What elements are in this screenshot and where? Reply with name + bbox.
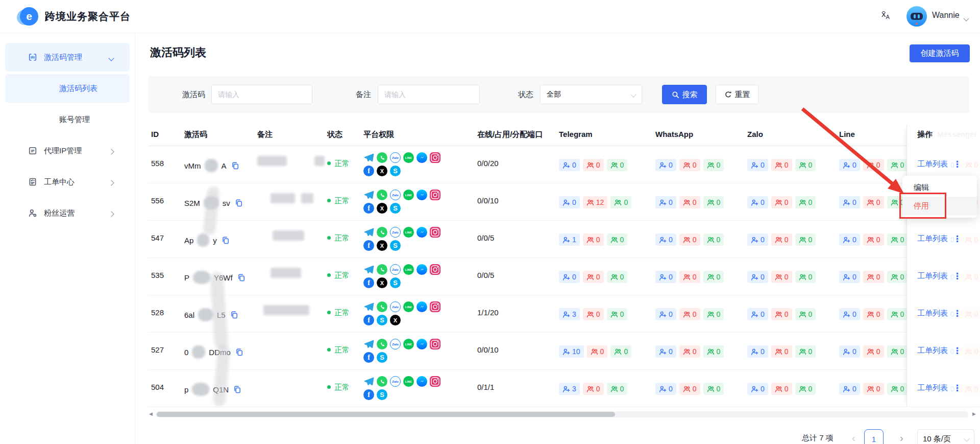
sidebar-item-工单中心[interactable]: 工单中心 <box>5 168 130 196</box>
whatsapp-online-badge: 0 <box>655 383 676 395</box>
fans-icon <box>28 208 37 218</box>
work-order-list-link[interactable]: 工单列表 <box>917 159 948 169</box>
telegram-icon <box>363 227 374 238</box>
whatsapp-assigned-badge: 0 <box>703 308 724 320</box>
telegram-busy-badge: 0 <box>583 159 604 171</box>
horizontal-scrollbar[interactable] <box>156 411 968 417</box>
more-actions-button[interactable]: ⋮ <box>953 159 962 170</box>
svg-text:IP: IP <box>31 149 35 153</box>
remark-filter-input[interactable] <box>378 85 480 104</box>
redacted-code <box>193 271 210 284</box>
reset-button[interactable]: 重置 <box>716 85 758 104</box>
copy-code-button[interactable] <box>235 199 243 207</box>
whatsapp-busy-badge: 0 <box>679 159 700 171</box>
whatsapp-counts: 000 <box>655 159 724 171</box>
whatsapp-assigned-badge: 0 <box>703 196 724 208</box>
copy-code-button[interactable] <box>237 273 246 282</box>
username[interactable]: Wannie <box>932 11 960 20</box>
line-counts: 000 <box>839 345 908 358</box>
status-filter-select[interactable]: 全部 <box>540 85 642 104</box>
redacted-remark <box>263 305 309 315</box>
sidebar-item-粉丝运营[interactable]: 粉丝运营 <box>5 199 130 227</box>
messenger-icon <box>416 376 427 387</box>
line-online-badge: 0 <box>839 159 860 171</box>
whatsapp-online-badge: 0 <box>655 159 676 171</box>
work-order-list-link[interactable]: 工单列表 <box>917 309 948 318</box>
skype-icon: S <box>390 277 401 288</box>
scroll-left-arrow[interactable]: ◀ <box>149 411 153 416</box>
row-actions: 工单列表⋮ <box>917 258 978 295</box>
more-actions-button[interactable]: ⋮ <box>953 308 962 319</box>
line-online-badge: 0 <box>839 345 860 358</box>
chevron-down-icon[interactable] <box>964 13 968 22</box>
work-order-list-link[interactable]: 工单列表 <box>917 383 948 393</box>
annotation-box <box>899 193 946 219</box>
whatsapp-assigned-badge: 0 <box>703 345 724 358</box>
copy-code-button[interactable] <box>235 348 243 356</box>
next-page-button[interactable]: › <box>900 432 903 444</box>
telegram-online-badge: 1 <box>559 233 580 246</box>
whatsapp-icon <box>377 301 387 312</box>
work-order-list-link[interactable]: 工单列表 <box>917 234 948 244</box>
sidebar-item-激活码列表[interactable]: 激活码列表 <box>5 74 130 103</box>
redacted-code <box>192 345 205 359</box>
create-activation-code-button[interactable]: 创建激活码 <box>910 44 970 62</box>
zalo-online-badge: 0 <box>747 383 768 395</box>
sidebar-item-label: 代理IP管理 <box>44 146 82 156</box>
work-order-list-link[interactable]: 工单列表 <box>917 346 948 356</box>
telegram-online-badge: 0 <box>559 271 580 283</box>
row-id: 558 <box>151 159 164 168</box>
telegram-counts: 300 <box>559 383 627 395</box>
telegram-busy-badge: 0 <box>583 271 604 283</box>
telegram-online-badge: 10 <box>559 345 584 358</box>
copy-code-button[interactable] <box>231 161 239 170</box>
zalo-icon: Zalo <box>390 376 401 387</box>
actions-column: 操作工单列表⋮工单列表⋮工单列表⋮工单列表⋮工单列表⋮工单列表⋮工单列表⋮ <box>906 125 980 407</box>
copy-code-button[interactable] <box>230 311 238 319</box>
line-assigned-badge: 0 <box>887 345 908 358</box>
platform-permissions: ZaloLINEfXS <box>363 190 440 216</box>
code-filter-input[interactable] <box>211 85 312 104</box>
whatsapp-assigned-badge: 0 <box>703 159 724 171</box>
page-number-button[interactable]: 1 <box>864 429 884 444</box>
row-actions: 工单列表⋮ <box>917 295 978 332</box>
redacted-remark <box>257 156 287 166</box>
more-actions-button[interactable]: ⋮ <box>953 271 962 282</box>
prev-page-button[interactable]: ‹ <box>852 432 855 444</box>
scroll-right-arrow[interactable]: ▶ <box>972 411 976 416</box>
page-size-select[interactable]: 10 条/页 <box>917 429 974 444</box>
more-actions-button[interactable]: ⋮ <box>953 233 962 244</box>
column-header-line: Line <box>839 130 855 138</box>
translate-icon[interactable]: x̄A <box>881 9 890 20</box>
column-header-zalo: Zalo <box>747 130 763 138</box>
copy-code-button[interactable] <box>222 236 230 244</box>
telegram-icon <box>363 152 374 163</box>
sidebar-item-激活码管理[interactable]: 激活码管理 <box>5 43 130 72</box>
ports-cell: 0/0/10 <box>477 345 499 354</box>
skype-icon: S <box>390 166 401 176</box>
copy-code-button[interactable] <box>233 385 241 393</box>
more-actions-button[interactable]: ⋮ <box>953 383 962 393</box>
sidebar-item-账号管理[interactable]: 账号管理 <box>5 105 130 134</box>
scrollbar-thumb[interactable] <box>157 412 615 417</box>
sidebar-item-label: 工单中心 <box>44 177 75 187</box>
row-id: 504 <box>151 383 164 391</box>
work-order-list-link[interactable]: 工单列表 <box>917 271 948 281</box>
avatar[interactable] <box>906 6 927 27</box>
sidebar-item-代理IP管理[interactable]: IP代理IP管理 <box>5 136 130 165</box>
activation-code-table: ID激活码备注状态平台权限在线/占用/分配端口TelegramWhatsAppZ… <box>148 125 980 407</box>
top-bar: e 跨境业务聚合平台 x̄A Wannie <box>0 0 980 33</box>
whatsapp-counts: 000 <box>655 196 724 208</box>
row-id: 556 <box>151 196 164 205</box>
zalo-assigned-badge: 0 <box>795 196 816 208</box>
telegram-icon <box>363 190 374 200</box>
redacted-remark <box>271 268 301 278</box>
redacted-remark <box>271 193 295 203</box>
more-actions-button[interactable]: ⋮ <box>953 345 962 356</box>
line-counts: 000 <box>839 233 908 246</box>
line-icon: LINE <box>403 190 414 200</box>
table-row: 558vMmA正常ZaloLINEfXS0/0/2000000000000000… <box>148 146 980 183</box>
zalo-icon: Zalo <box>390 190 401 200</box>
search-button[interactable]: 搜索 <box>662 85 707 104</box>
zalo-counts: 000 <box>747 271 816 283</box>
